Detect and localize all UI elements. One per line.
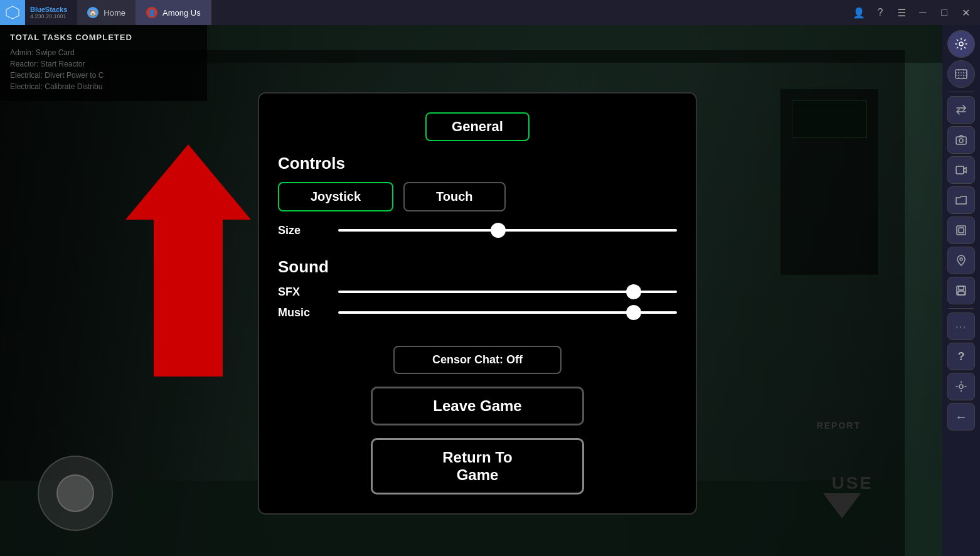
size-label: Size	[278, 224, 328, 237]
sfx-slider-track[interactable]	[338, 291, 677, 293]
music-slider-row: Music	[278, 306, 677, 319]
task-panel-title: TOTAL TASKS COMPLETED	[10, 33, 197, 42]
titlebar: BlueStacks 4.230.20.1001 🏠 Home 👤 Among …	[0, 0, 980, 25]
svg-rect-7	[957, 226, 966, 235]
settings-modal: General Controls Joystick Touch Size	[258, 92, 697, 515]
sidebar-more-button[interactable]: ···	[947, 313, 975, 340]
bluestacks-info: BlueStacks 4.230.20.1001	[25, 6, 72, 19]
controls-section: Controls Joystick Touch Size	[278, 154, 677, 245]
svg-rect-12	[958, 291, 964, 295]
sound-title: Sound	[278, 257, 677, 277]
sidebar-help-button[interactable]: ?	[947, 343, 975, 370]
among-us-tab-label: Among Us	[162, 8, 201, 18]
sidebar-save-button[interactable]	[947, 277, 975, 304]
music-slider-track[interactable]	[338, 311, 677, 314]
controls-title: Controls	[278, 154, 677, 173]
maximize-button[interactable]: □	[935, 3, 954, 22]
sidebar-folder-button[interactable]	[947, 186, 975, 214]
svg-rect-3	[956, 70, 967, 78]
sidebar-divider-2	[949, 308, 974, 309]
size-slider-track[interactable]	[338, 229, 677, 232]
svg-marker-0	[6, 6, 19, 19]
modal-overlay: General Controls Joystick Touch Size	[0, 50, 905, 556]
svg-point-5	[959, 139, 963, 142]
sidebar-location-button[interactable]	[947, 247, 975, 274]
sfx-label: SFX	[278, 286, 328, 299]
app-name: BlueStacks	[30, 6, 67, 13]
size-slider-thumb[interactable]	[491, 223, 506, 238]
sidebar-back-button[interactable]: ←	[947, 403, 975, 430]
minimize-button[interactable]: ─	[913, 3, 932, 22]
censor-chat-button[interactable]: Censor Chat: Off	[393, 346, 562, 374]
menu-button[interactable]: ☰	[892, 3, 911, 22]
svg-marker-1	[125, 144, 251, 377]
size-slider-row: Size	[278, 224, 677, 237]
home-tab-icon: 🏠	[87, 7, 99, 18]
right-sidebar: ··· ? ←	[942, 25, 980, 556]
sidebar-map-button[interactable]	[947, 60, 975, 88]
game-background: TOTAL TASKS COMPLETED Admin: Swipe Card …	[0, 25, 942, 556]
svg-point-13	[959, 385, 963, 388]
app-version: 4.230.20.1001	[30, 13, 67, 19]
controls-buttons: Joystick Touch	[278, 182, 677, 211]
svg-point-2	[959, 42, 963, 46]
sfx-slider-thumb[interactable]	[626, 284, 641, 299]
sidebar-transfer-button[interactable]	[947, 96, 975, 124]
svg-rect-4	[956, 137, 966, 144]
tab-home[interactable]: 🏠 Home	[77, 0, 136, 25]
music-label: Music	[278, 306, 328, 319]
svg-point-9	[960, 258, 962, 260]
user-button[interactable]: 👤	[850, 3, 868, 22]
close-button[interactable]: ✕	[956, 3, 975, 22]
help-button[interactable]: ?	[871, 3, 890, 22]
music-slider-thumb[interactable]	[626, 305, 641, 320]
svg-rect-8	[959, 228, 964, 233]
leave-game-button[interactable]: Leave Game	[371, 387, 584, 425]
return-to-game-button[interactable]: Return To Game	[371, 438, 584, 495]
red-arrow-annotation	[125, 144, 251, 379]
bluestacks-logo	[0, 0, 25, 25]
sidebar-record-button[interactable]	[947, 156, 975, 184]
sidebar-settings2-button[interactable]	[947, 373, 975, 400]
joystick-button[interactable]: Joystick	[278, 182, 393, 211]
sfx-slider-row: SFX	[278, 286, 677, 299]
titlebar-controls: 👤 ? ☰ ─ □ ✕	[850, 3, 980, 22]
sound-section: Sound SFX Music	[278, 257, 677, 327]
sidebar-layers-button[interactable]	[947, 217, 975, 244]
home-tab-label: Home	[104, 8, 125, 18]
general-tab[interactable]: General	[425, 112, 530, 141]
touch-button[interactable]: Touch	[403, 182, 506, 211]
sidebar-settings-button[interactable]	[947, 30, 975, 58]
svg-rect-11	[959, 286, 964, 290]
tab-among-us[interactable]: 👤 Among Us	[136, 0, 211, 25]
sidebar-divider-1	[949, 92, 974, 92]
among-us-tab-icon: 👤	[146, 7, 157, 18]
sidebar-screenshot-button[interactable]	[947, 126, 975, 154]
svg-rect-6	[956, 166, 964, 174]
